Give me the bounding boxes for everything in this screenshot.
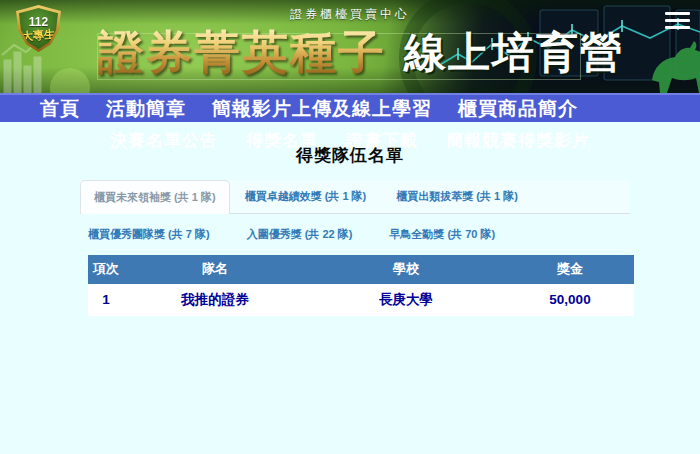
banner: 112 大專生 證券櫃檯買賣中心 證券菁英種子 線上培育營: [0, 0, 700, 93]
menu-icon[interactable]: [665, 12, 690, 29]
content-area: 櫃買未來領袖獎 (共 1 隊) 櫃買卓越績效獎 (共 1 隊) 櫃買出類拔萃獎 …: [0, 180, 700, 316]
tab-early-bird-award[interactable]: 早鳥全勤獎 (共 70 隊): [381, 219, 510, 250]
main-navbar: 首頁 活動簡章 簡報影片上傳及線上學習 櫃買商品簡介: [0, 93, 700, 122]
banner-title: 證券菁英種子 線上培育營: [98, 22, 624, 84]
tab-excellent-team-award[interactable]: 櫃買優秀團隊獎 (共 7 隊): [80, 219, 225, 250]
award-tabs-row2: 櫃買優秀團隊獎 (共 7 隊) 入圍優秀獎 (共 22 隊) 早鳥全勤獎 (共 …: [80, 219, 630, 250]
tab-shortlist-award[interactable]: 入圍優秀獎 (共 22 隊): [239, 219, 368, 250]
cell-team: 我推的證券: [124, 284, 306, 316]
org-name-calligraphy: 證券櫃檯買賣中心: [0, 6, 700, 23]
table-header-row: 項次 隊名 學校 獎金: [88, 255, 634, 284]
banner-title-white: 線上培育營: [404, 25, 624, 81]
tab-outstanding-award[interactable]: 櫃買出類拔萃獎 (共 1 隊): [381, 180, 533, 213]
badge-audience: 大專生: [22, 28, 56, 42]
award-tabs-row1: 櫃買未來領袖獎 (共 1 隊) 櫃買卓越績效獎 (共 1 隊) 櫃買出類拔萃獎 …: [80, 180, 630, 214]
table-row: 1 我推的證券 長庚大學 50,000: [88, 284, 634, 316]
tab-future-leader-award[interactable]: 櫃買未來領袖獎 (共 1 隊): [80, 180, 230, 214]
tab-excellence-award[interactable]: 櫃買卓越績效獎 (共 1 隊): [230, 180, 382, 213]
nav-item-tpex-products[interactable]: 櫃買商品簡介: [458, 99, 578, 118]
col-header-rank: 項次: [88, 255, 124, 284]
cell-rank: 1: [88, 284, 124, 316]
cell-prize: 50,000: [506, 284, 634, 316]
col-header-team: 隊名: [124, 255, 306, 284]
banner-title-gold: 證券菁英種子: [98, 22, 386, 84]
winners-table: 項次 隊名 學校 獎金 1 我推的證券 長庚大學 50,000: [88, 255, 634, 316]
nav-item-home[interactable]: 首頁: [40, 99, 80, 118]
page-title: 得獎隊伍名單: [0, 144, 700, 167]
col-header-prize: 獎金: [506, 255, 634, 284]
cell-school: 長庚大學: [306, 284, 506, 316]
col-header-school: 學校: [306, 255, 506, 284]
nav-item-brochure[interactable]: 活動簡章: [106, 99, 186, 118]
nav-item-upload-learning[interactable]: 簡報影片上傳及線上學習: [212, 99, 432, 118]
